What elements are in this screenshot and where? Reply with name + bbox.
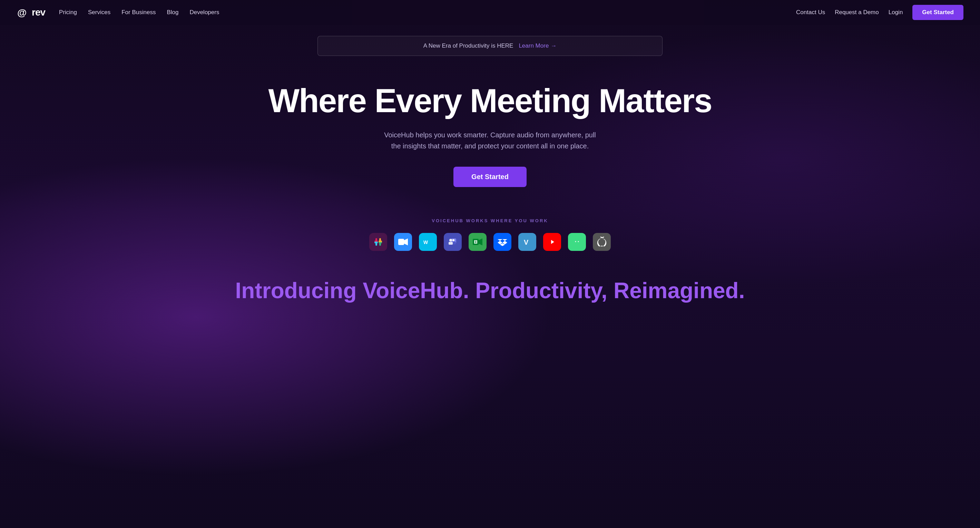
nav-link-pricing[interactable]: Pricing [59, 9, 77, 16]
svg-point-32 [575, 241, 576, 242]
svg-rect-9 [379, 238, 381, 242]
nav-link-services[interactable]: Services [88, 9, 110, 16]
svg-rect-10 [398, 239, 404, 245]
svg-point-33 [578, 241, 579, 242]
google-meet-icon [469, 233, 487, 251]
svg-point-14 [452, 239, 455, 241]
svg-rect-21 [475, 241, 477, 242]
nav-item-developers[interactable]: Developers [189, 9, 219, 16]
venmo-icon: V [518, 233, 536, 251]
nav-item-business[interactable]: For Business [121, 9, 156, 16]
logo-icon: @ [17, 6, 29, 19]
svg-text:@: @ [17, 7, 27, 18]
svg-rect-20 [474, 240, 477, 243]
svg-point-16 [449, 239, 452, 242]
integration-icons-container: W [7, 233, 973, 251]
nav-link-blog[interactable]: Blog [167, 9, 178, 16]
dropbox-icon [493, 233, 511, 251]
nav-link-developers[interactable]: Developers [189, 9, 219, 16]
nav-item-blog[interactable]: Blog [167, 9, 178, 16]
svg-text:V: V [524, 239, 529, 246]
svg-marker-24 [503, 239, 507, 244]
nav-left: @ rev Pricing Services For Business Blog… [17, 6, 219, 19]
nav-link-demo[interactable]: Request a Demo [835, 9, 879, 16]
slack-icon [369, 233, 387, 251]
nav-link-contact[interactable]: Contact Us [796, 9, 825, 16]
hero-section: Where Every Meeting Matters VoiceHub hel… [0, 56, 980, 204]
bottom-section: Introducing VoiceHub. Productivity, Reim… [0, 258, 980, 316]
svg-marker-11 [404, 239, 408, 245]
hero-subtitle: VoiceHub helps you work smarter. Capture… [380, 129, 600, 151]
nav-links: Pricing Services For Business Blog Devel… [59, 9, 219, 16]
announcement-banner: A New Era of Productivity is HERE Learn … [317, 36, 663, 56]
svg-marker-19 [479, 239, 482, 245]
nav-link-business[interactable]: For Business [121, 9, 156, 16]
apple-icon [593, 233, 611, 251]
nav-item-services[interactable]: Services [88, 9, 110, 16]
logo-link[interactable]: @ rev [17, 6, 45, 19]
hero-title: Where Every Meeting Matters [7, 84, 973, 118]
announcement-link[interactable]: Learn More → [519, 43, 557, 49]
nav-cta-button[interactable]: Get Started [912, 5, 963, 20]
logo-text: rev [32, 7, 45, 18]
svg-point-37 [578, 238, 579, 239]
svg-rect-31 [574, 240, 580, 245]
nav-right: Contact Us Request a Demo Login Get Star… [796, 5, 963, 20]
nav-item-pricing[interactable]: Pricing [59, 9, 77, 16]
nav-link-login[interactable]: Login [889, 9, 903, 16]
webex-icon: W [419, 233, 437, 251]
announcement-text: A New Era of Productivity is HERE [423, 43, 514, 49]
announcement-link-text: Learn More [519, 43, 549, 49]
integrations-section: VOICEHUB WORKS WHERE YOU WORK [0, 204, 980, 258]
navigation: @ rev Pricing Services For Business Blog… [0, 0, 980, 25]
introducing-title: Introducing VoiceHub. Productivity, Reim… [7, 278, 973, 303]
integrations-label: VOICEHUB WORKS WHERE YOU WORK [7, 218, 973, 223]
svg-rect-17 [449, 242, 453, 245]
announcement-arrow: → [551, 43, 557, 49]
svg-point-36 [575, 238, 576, 239]
youtube-icon [543, 233, 561, 251]
svg-text:W: W [423, 240, 428, 245]
hero-cta-button[interactable]: Get Started [453, 167, 527, 187]
svg-rect-22 [475, 242, 477, 243]
svg-rect-7 [375, 242, 377, 246]
android-icon [568, 233, 586, 251]
zoom-icon [394, 233, 412, 251]
svg-marker-23 [498, 239, 503, 244]
teams-icon [444, 233, 462, 251]
